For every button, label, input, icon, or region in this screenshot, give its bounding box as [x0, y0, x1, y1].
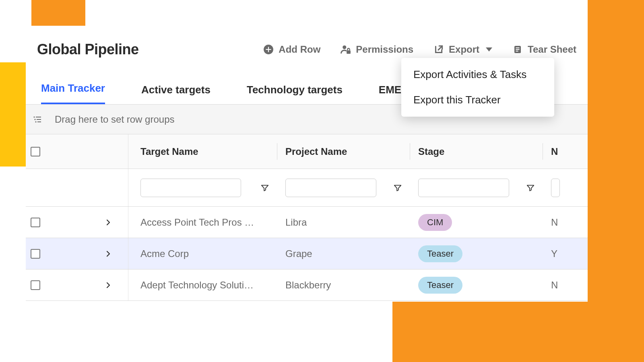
app-window: Global Pipeline Add Row Permissions [26, 26, 588, 302]
permissions-button[interactable]: Permissions [341, 44, 413, 55]
cell-target-name: Adept Technology Soluti… [140, 280, 254, 291]
col-next[interactable]: N [551, 146, 558, 157]
svg-point-9 [33, 116, 35, 117]
export-dropdown: Export Activities & Tasks Export this Tr… [401, 58, 554, 117]
cell-project-name: Blackberry [285, 280, 331, 291]
export-label: Export [449, 44, 479, 55]
add-row-button[interactable]: Add Row [263, 44, 320, 55]
cell-next: N [551, 280, 558, 291]
export-activities-item[interactable]: Export Activities & Tasks [401, 62, 554, 87]
svg-point-3 [343, 45, 347, 49]
row-checkbox[interactable] [31, 218, 40, 227]
add-row-label: Add Row [279, 44, 320, 55]
decorative-block [0, 62, 26, 167]
svg-point-11 [34, 119, 35, 120]
cell-project-name: Grape [285, 248, 312, 259]
col-project-name[interactable]: Project Name [285, 146, 347, 157]
tear-sheet-label: Tear Sheet [528, 44, 576, 55]
filter-project-name[interactable] [285, 179, 376, 197]
table-row[interactable]: Adept Technology Soluti…BlackberryTeaser… [26, 269, 588, 301]
expand-row-icon[interactable] [105, 250, 112, 257]
tab-technology-targets[interactable]: Technology targets [247, 84, 343, 104]
tab-active-targets[interactable]: Active targets [141, 84, 211, 104]
filter-icon[interactable] [393, 183, 402, 192]
svg-rect-4 [347, 50, 351, 54]
expand-row-icon[interactable] [105, 282, 112, 289]
svg-rect-7 [516, 49, 520, 50]
stage-pill[interactable]: Teaser [418, 245, 462, 262]
grid-filter-row [26, 169, 588, 207]
expand-row-icon[interactable] [105, 219, 112, 226]
tab-main-tracker[interactable]: Main Tracker [41, 82, 105, 104]
tear-sheet-button[interactable]: Tear Sheet [512, 44, 576, 55]
export-tracker-item[interactable]: Export this Tracker [401, 87, 554, 113]
stage-pill[interactable]: CIM [418, 214, 452, 231]
export-button[interactable]: Export [433, 44, 492, 55]
svg-rect-12 [37, 119, 41, 120]
user-lock-icon [341, 44, 351, 55]
decorative-block [392, 302, 644, 362]
page-title: Global Pipeline [37, 41, 139, 58]
filter-icon[interactable] [526, 183, 535, 192]
table-row[interactable]: Access Point Tech Pros …LibraCIMN [26, 207, 588, 238]
group-icon [32, 114, 43, 125]
filter-next[interactable] [551, 179, 560, 197]
svg-rect-6 [516, 47, 520, 48]
decorative-block [31, 0, 85, 26]
cell-target-name: Access Point Tech Pros … [140, 217, 254, 228]
stage-pill[interactable]: Teaser [418, 277, 462, 294]
header-actions: Add Row Permissions Export [263, 44, 576, 55]
chevron-down-icon [486, 47, 492, 51]
row-checkbox[interactable] [31, 249, 40, 259]
cell-project-name: Libra [285, 217, 307, 228]
data-grid: Target Name Project Name Stage N [26, 134, 588, 301]
plus-circle-icon [263, 44, 274, 55]
svg-rect-14 [37, 121, 41, 122]
svg-rect-8 [516, 51, 518, 51]
col-target-name[interactable]: Target Name [140, 146, 198, 157]
document-icon [512, 44, 523, 55]
svg-rect-10 [36, 117, 41, 117]
cell-next: Y [551, 248, 557, 259]
select-all-checkbox[interactable] [31, 147, 40, 156]
row-checkbox[interactable] [31, 280, 40, 290]
svg-rect-2 [266, 49, 271, 50]
filter-target-name[interactable] [140, 179, 241, 197]
cell-next: N [551, 217, 558, 228]
svg-point-13 [35, 121, 36, 122]
grid-header-row: Target Name Project Name Stage N [26, 134, 588, 169]
table-row[interactable]: Acme CorpGrapeTeaserY [26, 238, 588, 269]
col-stage[interactable]: Stage [418, 146, 444, 157]
permissions-label: Permissions [356, 44, 413, 55]
page-header: Global Pipeline Add Row Permissions [26, 26, 588, 62]
export-icon [433, 44, 444, 55]
group-hint-label: Drag here to set row groups [55, 114, 174, 125]
cell-target-name: Acme Corp [140, 248, 189, 259]
filter-stage[interactable] [418, 179, 509, 197]
filter-icon[interactable] [260, 183, 269, 192]
